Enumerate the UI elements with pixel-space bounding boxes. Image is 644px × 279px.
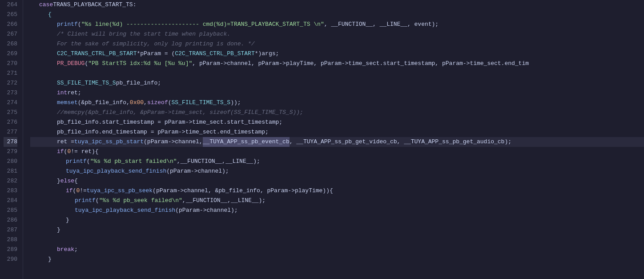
code-line-279: if (0 != ret){ bbox=[30, 147, 644, 157]
line-273: 273 bbox=[4, 88, 17, 98]
code-line-281: tuya_ipc_playback_send_finish(pParam->ch… bbox=[30, 166, 644, 176]
line-266: 266 bbox=[4, 20, 17, 29]
code-line-276: pb_file_info.start_timestamp = pParam->t… bbox=[30, 117, 644, 127]
code-line-268: For the sake of simplicity, only log pri… bbox=[30, 39, 644, 49]
line-283: 283 bbox=[4, 186, 17, 196]
line-278: 278 bbox=[4, 137, 17, 147]
line-270: 270 bbox=[4, 59, 17, 69]
line-276: 276 bbox=[4, 117, 17, 127]
code-line-271 bbox=[30, 69, 644, 78]
line-280: 280 bbox=[4, 157, 17, 166]
code-editor: 264 265 266 267 268 269 270 271 272 273 … bbox=[0, 0, 644, 279]
line-285: 285 bbox=[4, 206, 17, 215]
line-272: 272 bbox=[4, 78, 17, 88]
line-271: 271 bbox=[4, 69, 17, 78]
line-265: 265 bbox=[4, 10, 17, 20]
line-269: 269 bbox=[4, 49, 17, 59]
line-275: 275 bbox=[4, 108, 17, 117]
line-288: 288 bbox=[4, 235, 17, 245]
code-line-272: SS_FILE_TIME_TS_S pb_file_info; bbox=[30, 78, 644, 88]
line-277: 277 bbox=[4, 127, 17, 137]
code-line-282: }else{ bbox=[30, 176, 644, 186]
line-286: 286 bbox=[4, 215, 17, 225]
line-281: 281 bbox=[4, 166, 17, 176]
code-line-274: memset(&pb_file_info, 0x00, sizeof(SS_FI… bbox=[30, 98, 644, 108]
code-line-265: { bbox=[30, 10, 644, 20]
line-284: 284 bbox=[4, 196, 17, 206]
line-267: 267 bbox=[4, 29, 17, 39]
line-282: 282 bbox=[4, 176, 17, 186]
code-line-290: } bbox=[30, 255, 644, 264]
line-290: 290 bbox=[4, 255, 17, 264]
code-line-266: printf("%s line(%d) --------------------… bbox=[30, 20, 644, 29]
code-line-285: tuya_ipc_playback_send_finish(pParam->ch… bbox=[30, 206, 644, 215]
line-279: 279 bbox=[4, 147, 17, 157]
code-line-278: ret = tuya_ipc_ss_pb_start(pParam->chann… bbox=[30, 137, 644, 147]
line-268: 268 bbox=[4, 39, 17, 49]
code-line-264: case TRANS_PLAYBACK_START_TS: bbox=[30, 0, 644, 10]
code-line-270: PR_DEBUG("PB StartTS idx:%d %u [%u %u]",… bbox=[30, 59, 644, 69]
code-line-283: if (0 != tuya_ipc_ss_pb_seek(pParam->cha… bbox=[30, 186, 644, 196]
code-line-287: } bbox=[30, 225, 644, 235]
code-line-277: pb_file_info.end_timestamp = pParam->tim… bbox=[30, 127, 644, 137]
code-line-267: /* Client will bring the start time when… bbox=[30, 29, 644, 39]
code-line-284: printf("%s %d pb_seek failed\n",__FUNCTI… bbox=[30, 196, 644, 206]
code-line-275: //memcpy(&pb_file_info, &pParam->time_se… bbox=[30, 108, 644, 117]
code-line-280: printf("%s %d pb_start failed\n",__FUNCT… bbox=[30, 157, 644, 166]
code-line-269: C2C_TRANS_CTRL_PB_START *pParam = (C2C_T… bbox=[30, 49, 644, 59]
line-274: 274 bbox=[4, 98, 17, 108]
line-287: 287 bbox=[4, 225, 17, 235]
code-line-288 bbox=[30, 235, 644, 245]
code-line-289: break; bbox=[30, 245, 644, 255]
line-264: 264 bbox=[4, 0, 17, 10]
code-line-273: int ret; bbox=[30, 88, 644, 98]
line-numbers: 264 265 266 267 268 269 270 271 272 273 … bbox=[0, 0, 23, 279]
line-289: 289 bbox=[4, 245, 17, 255]
code-line-286: } bbox=[30, 215, 644, 225]
code-area[interactable]: case TRANS_PLAYBACK_START_TS: { printf("… bbox=[23, 0, 644, 279]
code-lines: case TRANS_PLAYBACK_START_TS: { printf("… bbox=[23, 0, 644, 264]
